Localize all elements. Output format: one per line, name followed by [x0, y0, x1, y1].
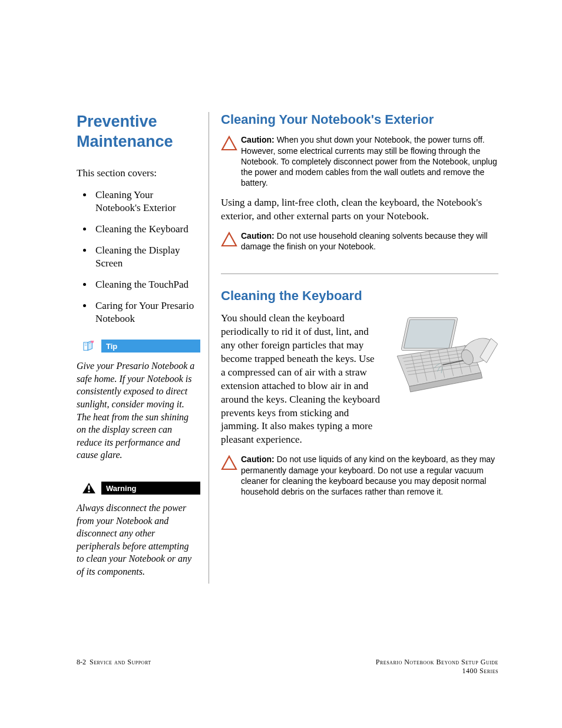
- tip-text: Give your Presario Notebook a safe home.…: [77, 360, 200, 462]
- caution-icon: [221, 134, 241, 188]
- caution-label: Caution:: [241, 454, 275, 464]
- left-column: Preventive Maintenance This section cove…: [77, 112, 200, 584]
- list-item: Cleaning the TouchPad: [93, 278, 200, 291]
- page-footer: 8-2 Service and Support Presario Noteboo…: [77, 658, 498, 676]
- caution-box: Caution: Do not use household cleaning s…: [221, 230, 498, 252]
- section-divider: [221, 274, 498, 274]
- keyboard-cleaning-illustration: [386, 312, 498, 403]
- tip-icon: [77, 340, 101, 353]
- list-item: Cleaning the Keyboard: [93, 223, 200, 236]
- svg-rect-7: [88, 485, 90, 489]
- caution-text: Caution: Do not use liquids of any kind …: [241, 454, 498, 497]
- warning-text: Always disconnect the power from your No…: [77, 502, 200, 578]
- paragraph: You should clean the keyboard periodical…: [221, 312, 386, 447]
- paragraph: Using a damp, lint-free cloth, clean the…: [221, 196, 498, 223]
- footer-section-label: Service and Support: [90, 658, 151, 666]
- right-column: Cleaning Your Notebook's Exterior Cautio…: [221, 112, 498, 584]
- svg-marker-0: [84, 342, 88, 351]
- tip-block: Tip Give your Presario Notebook a safe h…: [77, 340, 200, 462]
- caution-text: Caution: Do not use household cleaning s…: [241, 230, 498, 252]
- list-item: Cleaning Your Notebook's Exterior: [93, 189, 200, 215]
- caution-label: Caution:: [241, 231, 275, 241]
- page-number: 8-2: [77, 658, 86, 666]
- svg-marker-10: [222, 233, 236, 246]
- section-title: Preventive Maintenance: [77, 112, 200, 152]
- caution-label: Caution:: [241, 135, 275, 144]
- warning-label: Warning: [101, 482, 200, 495]
- footer-guide-title: Presario Notebook Beyond Setup Guide: [376, 658, 498, 667]
- caution-text: Caution: When you shut down your Noteboo…: [241, 134, 498, 188]
- caution-body: Do not use household cleaning solvents b…: [241, 231, 488, 251]
- subsection-title-keyboard: Cleaning the Keyboard: [221, 288, 498, 304]
- list-item: Caring for Your Presario Notebook: [93, 299, 200, 325]
- tip-label: Tip: [101, 340, 200, 353]
- subsection-title-exterior: Cleaning Your Notebook's Exterior: [221, 112, 498, 127]
- column-divider: [209, 112, 209, 584]
- svg-rect-8: [88, 491, 90, 493]
- svg-marker-9: [222, 137, 236, 150]
- svg-rect-12: [404, 319, 455, 348]
- warning-block: Warning Always disconnect the power from…: [77, 482, 200, 578]
- footer-series: 1400 Series: [376, 667, 498, 676]
- warning-icon: [77, 482, 101, 495]
- caution-body: When you shut down your Notebook, the po…: [241, 135, 497, 187]
- list-item: Cleaning the Display Screen: [93, 244, 200, 270]
- section-intro: This section covers:: [77, 167, 200, 179]
- caution-icon: [221, 230, 241, 252]
- caution-box: Caution: When you shut down your Noteboo…: [221, 134, 498, 188]
- caution-box: Caution: Do not use liquids of any kind …: [221, 454, 498, 497]
- contents-list: Cleaning Your Notebook's Exterior Cleani…: [77, 189, 200, 326]
- svg-marker-32: [222, 456, 236, 469]
- caution-body: Do not use liquids of any kind on the ke…: [241, 454, 495, 496]
- caution-icon: [221, 454, 241, 497]
